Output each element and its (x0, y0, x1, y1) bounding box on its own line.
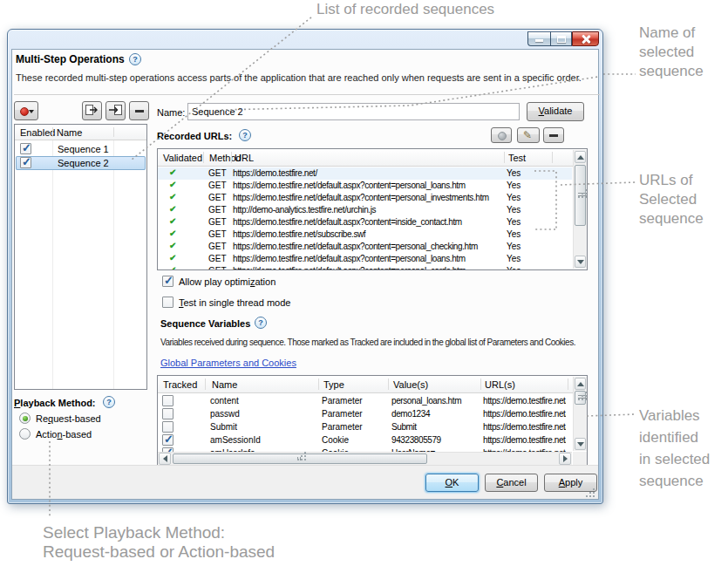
column-header-test[interactable]: Test (508, 153, 526, 163)
scrollbar-thumb[interactable] (173, 453, 427, 464)
enabled-checkbox[interactable] (20, 157, 31, 168)
url-row[interactable]: ✔ GET https://demo.testfire.net/default.… (158, 216, 572, 228)
variable-row[interactable]: passwd Parameter demo1234 https://demo.t… (158, 407, 572, 420)
column-header-url[interactable]: URL (235, 153, 254, 163)
maximize-icon (557, 36, 566, 43)
variables-header: Tracked Name Type Value(s) URL(s) (158, 376, 587, 393)
help-icon-multi-step[interactable]: ? (129, 53, 141, 65)
url-row[interactable]: ✔ GET https://demo.testfire.net/default.… (158, 241, 572, 253)
minimize-button[interactable] (527, 31, 550, 46)
column-header-name[interactable]: Name (57, 127, 82, 138)
url-row[interactable]: ✔ GET https://demo.testfire.net/ Yes (158, 167, 572, 180)
validate-button[interactable]: Validate (527, 102, 584, 121)
recorded-urls-table: Validated Method URL Test ✔ GET https://… (157, 148, 588, 270)
dialog-heading: Multi-Step Operations (16, 53, 125, 65)
help-icon-sequence-variables[interactable]: ? (255, 317, 267, 329)
column-header-validated[interactable]: Validated (163, 153, 202, 163)
resize-grip[interactable] (586, 487, 596, 497)
global-parameters-link[interactable]: Global Parameters and Cookies (160, 358, 296, 368)
sequence-name: Sequence 2 (58, 158, 109, 168)
enabled-checkbox[interactable] (20, 143, 31, 154)
scrollbar-thumb[interactable] (575, 165, 586, 226)
column-header-tracked[interactable]: Tracked (163, 379, 197, 390)
variable-row[interactable]: Submit Parameter Submit https://demo.tes… (158, 420, 572, 433)
column-header-enabled[interactable]: Enabled (20, 127, 55, 138)
import-sequence-button[interactable] (105, 101, 126, 120)
tracked-checkbox[interactable] (162, 434, 173, 446)
url-row[interactable]: ✔ GET http://demo-analytics.testfire.net… (158, 204, 572, 216)
scroll-up-button[interactable] (575, 151, 586, 163)
help-icon-playback[interactable]: ? (103, 396, 115, 408)
dialog-description: These recorded multi-step operations acc… (16, 72, 582, 83)
validated-check-icon: ✔ (169, 180, 176, 189)
validated-check-icon: ✔ (169, 253, 176, 263)
tracked-checkbox[interactable] (162, 395, 173, 406)
radio-icon (19, 413, 31, 424)
validated-check-icon: ✔ (169, 167, 176, 177)
scroll-left-button[interactable] (159, 453, 171, 465)
ok-button[interactable]: OK (425, 474, 479, 492)
close-button[interactable] (572, 31, 599, 46)
tracked-checkbox[interactable] (162, 421, 173, 433)
checkbox-label: Allow play optimization (179, 276, 276, 287)
minimize-icon (535, 39, 543, 42)
validated-check-icon: ✔ (169, 192, 176, 201)
column-header-values[interactable]: Value(s) (393, 379, 428, 390)
help-icon-recorded-urls[interactable]: ? (239, 129, 251, 141)
header-divider (203, 152, 204, 163)
sequence-name-input[interactable] (187, 103, 520, 120)
url-row[interactable]: ✔ GET https://demo.testfire.net/subscrib… (158, 228, 572, 241)
column-header-name[interactable]: Name (212, 379, 237, 390)
cancel-button[interactable]: Cancel (485, 474, 538, 492)
scroll-right-button[interactable] (559, 453, 571, 465)
record-icon (20, 107, 29, 116)
export-icon (85, 104, 99, 118)
horizontal-scrollbar[interactable] (158, 452, 572, 465)
tracked-checkbox[interactable] (162, 408, 173, 419)
vertical-scrollbar[interactable] (573, 377, 587, 451)
remove-url-button[interactable] (543, 127, 564, 143)
separator (14, 94, 600, 95)
sequence-row-1[interactable]: Sequence 1 (16, 142, 146, 156)
validated-check-icon: ✔ (169, 228, 176, 238)
playback-method-label: Playback Method: (14, 398, 96, 408)
url-row[interactable]: ✔ GET https://demo.testfire.net/default.… (158, 192, 572, 204)
edit-url-button[interactable]: ✎ (517, 127, 540, 143)
header-divider (205, 378, 206, 390)
validated-check-icon: ✔ (169, 241, 176, 250)
url-row[interactable]: ✔ GET https://demo.testfire.net/default.… (158, 180, 572, 192)
scrollbar-thumb[interactable] (575, 391, 586, 405)
thumb-grip-icon (578, 395, 588, 400)
minus-icon (549, 134, 558, 137)
triangle-down-icon (577, 442, 584, 450)
export-sequence-button[interactable] (82, 101, 102, 120)
scroll-down-button[interactable] (575, 256, 586, 268)
record-sequence-button[interactable] (14, 101, 38, 120)
maximize-button[interactable] (550, 31, 572, 46)
record-disabled-icon (498, 132, 507, 140)
window-controls (527, 31, 599, 46)
sequence-row-2[interactable]: Sequence 2 (16, 156, 146, 170)
column-header-type[interactable]: Type (323, 379, 344, 390)
recorded-urls-label: Recorded URLs: (157, 131, 232, 141)
dropdown-caret-icon (29, 110, 34, 116)
record-url-button[interactable] (491, 127, 512, 143)
remove-sequence-button[interactable] (129, 101, 149, 120)
checkbox-label: Test in single thread mode (179, 297, 290, 308)
close-icon (582, 35, 590, 44)
scroll-down-button[interactable] (575, 438, 586, 450)
vertical-scrollbar[interactable] (573, 150, 587, 269)
url-row[interactable]: ✔ GET https://demo.testfire.net/default.… (158, 253, 572, 265)
validated-check-icon: ✔ (169, 204, 176, 214)
scroll-up-button[interactable] (575, 378, 586, 390)
url-row[interactable]: ✔ GET https://demo.testfire.net/default.… (158, 265, 572, 269)
thumb-grip-icon (578, 193, 588, 198)
name-label: Name: (157, 107, 185, 118)
annotation-name-of-selected-sequence: Name of selected sequence (639, 24, 704, 81)
thumb-grip-icon (297, 457, 303, 460)
variable-row[interactable]: amSessionId Cookie 94323805579 https://d… (158, 433, 572, 447)
dialog-titlebar[interactable] (8, 30, 602, 49)
column-header-urls[interactable]: URL(s) (485, 379, 515, 390)
checkbox-icon (162, 276, 173, 287)
variable-row[interactable]: content Parameter personal_loans.htm htt… (158, 394, 572, 407)
